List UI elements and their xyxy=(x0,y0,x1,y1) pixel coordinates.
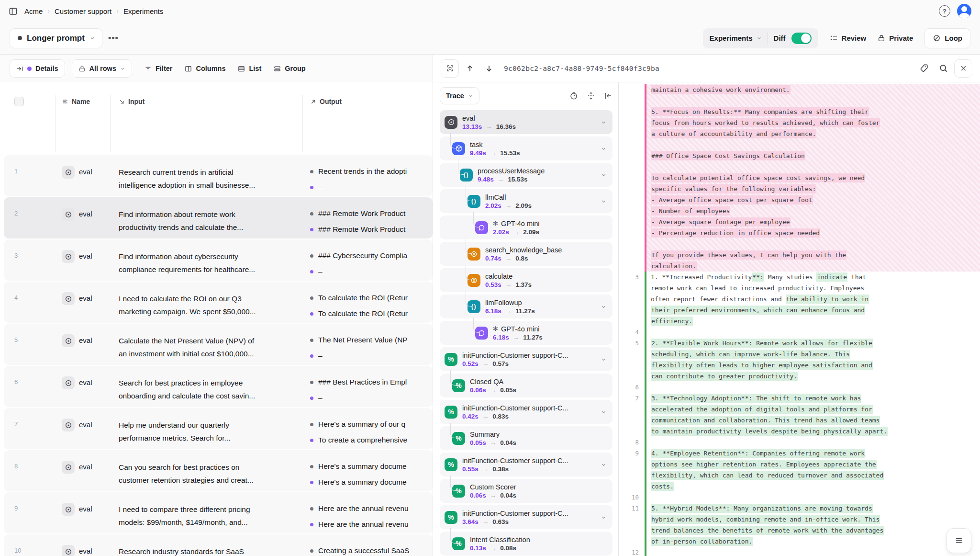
chevron-down-icon[interactable] xyxy=(601,514,607,521)
added-text: flexibility, which can lead to reduced t… xyxy=(651,471,884,480)
trace-tree-node[interactable]: %initFunction-Customer support-C...0.42s… xyxy=(440,400,612,424)
trace-tree-node[interactable]: task9.49s→15.53s xyxy=(440,136,612,160)
breadcrumb: Acme›Customer support›Experiments xyxy=(24,7,163,15)
table-row[interactable]: 4evalI need to calculate the ROI on our … xyxy=(4,282,433,323)
trace-tree-node[interactable]: eval13.13s→16.36s xyxy=(440,110,612,134)
trace-tree-node[interactable]: ()llmFollowup6.18s→11.27s xyxy=(440,295,612,318)
tag-button[interactable] xyxy=(916,60,932,77)
chevron-down-icon[interactable] xyxy=(601,356,607,363)
diff-line-number xyxy=(619,161,645,172)
diff-code: accelerated the adoption of digital tool… xyxy=(646,404,980,415)
trace-tree-node[interactable]: ()processUserMessage9.48s→15.53s xyxy=(440,163,612,187)
table-row[interactable]: 3evalFind information about cybersecurit… xyxy=(4,239,433,281)
table-row[interactable]: 10evalResearch industry standards for Sa… xyxy=(4,534,433,556)
breadcrumb-item[interactable]: Experiments xyxy=(123,7,163,15)
input-line: Search for best practices in employee xyxy=(119,376,302,389)
diff-line-number xyxy=(619,84,645,95)
chevron-down-icon[interactable] xyxy=(601,304,607,310)
score-icon: % xyxy=(445,353,457,366)
next-row-button[interactable] xyxy=(481,60,497,77)
diff-removed-line: calculation. xyxy=(619,261,980,272)
diff-toggle[interactable] xyxy=(791,33,812,44)
breadcrumb-item[interactable]: Acme xyxy=(24,7,43,15)
group-button[interactable]: Group xyxy=(274,65,306,72)
trace-tree-node[interactable]: %initFunction-Customer support-C...0.52s… xyxy=(440,347,612,371)
trace-view-selector[interactable]: Trace xyxy=(440,87,479,104)
search-button[interactable] xyxy=(935,60,951,77)
filter-button[interactable]: Filter xyxy=(145,65,172,72)
trace-tree-node[interactable]: calculate0.53s→1.37s xyxy=(440,268,612,292)
chevron-down-icon[interactable] xyxy=(601,462,607,468)
duration: 9.49s xyxy=(470,149,486,157)
chevron-down-icon[interactable] xyxy=(601,119,607,125)
diff-code: 1. **Increased Productivity**: Many stud… xyxy=(646,272,980,283)
trace-tree-node[interactable]: %initFunction-Customer support-C...3.64s… xyxy=(440,505,612,529)
collapse-panel-button[interactable] xyxy=(604,91,612,100)
table-row[interactable]: 8evalCan you search for best practices o… xyxy=(4,450,433,491)
diff-menu-button[interactable] xyxy=(947,528,971,553)
function-icon: () xyxy=(464,171,469,178)
diff-removed-block: maintain a cohesive work environment.5. … xyxy=(619,84,980,272)
total-duration: 2.09s xyxy=(515,202,532,209)
details-button[interactable]: Details xyxy=(10,59,65,78)
trace-tree-node[interactable]: ✻GPT-4o mini6.18s→11.27s xyxy=(440,321,612,345)
chevron-down-icon[interactable] xyxy=(601,409,607,415)
table-row[interactable]: 1evalResearch current trends in artifici… xyxy=(4,155,433,196)
table-row[interactable]: 5evalCalculate the Net Present Value (NP… xyxy=(4,324,433,365)
columns-button[interactable]: Columns xyxy=(185,65,225,72)
input-line: Calculate the Net Present Value (NPV) of xyxy=(119,334,302,347)
breadcrumb-item[interactable]: Customer support xyxy=(55,7,111,15)
sidebar-toggle-icon[interactable] xyxy=(9,7,18,16)
trace-tree-node[interactable]: ()llmCall2.02s→2.09s xyxy=(440,189,612,213)
group-icon xyxy=(274,65,281,72)
diff-code: flexibility, which can lead to reduced t… xyxy=(646,470,980,481)
trace-tree-node[interactable]: %Summary0.05s→0.04s xyxy=(440,426,612,450)
trace-tree-node[interactable]: %Custom Scorer0.06s→0.04s xyxy=(440,479,612,503)
table-row[interactable]: 7evalHelp me understand our quarterlyper… xyxy=(4,408,433,449)
output-text: Here's a summary docume xyxy=(318,462,407,471)
trace-tree-node[interactable]: search_knowledge_base0.74s→0.8s xyxy=(440,242,612,266)
expand-all-button[interactable] xyxy=(587,91,595,100)
chevron-down-icon[interactable] xyxy=(601,198,607,204)
diff-removed-line: 5. **Focus on Results:** Many companies … xyxy=(619,106,980,117)
output-text: – xyxy=(318,183,323,192)
close-panel-button[interactable] xyxy=(954,59,972,78)
view-selector[interactable]: Experiments xyxy=(710,34,762,42)
column-header-output[interactable]: Output xyxy=(302,97,433,106)
table-row[interactable]: 2evalFind information about remote workp… xyxy=(4,197,433,238)
select-all-checkbox[interactable] xyxy=(14,97,24,106)
column-header-input[interactable]: Input xyxy=(110,97,302,106)
private-button[interactable]: Private xyxy=(878,34,913,42)
circle-dot-icon xyxy=(65,211,72,218)
list-button[interactable]: List xyxy=(238,65,261,72)
review-button[interactable]: Review xyxy=(830,34,867,42)
circle-dot-icon xyxy=(65,464,72,471)
arrow-up-right-icon xyxy=(310,99,316,105)
timing-button[interactable] xyxy=(569,91,578,100)
trace-tree-node[interactable]: ✻GPT-4o mini2.02s→2.09s xyxy=(440,216,612,239)
expand-panel-button[interactable] xyxy=(441,59,459,78)
chevron-down-icon[interactable] xyxy=(601,146,607,152)
diff-added-line: 52. **Flexible Work Hours**: Remote work… xyxy=(619,338,980,349)
more-menu-button[interactable]: ••• xyxy=(108,33,119,43)
trace-tree-node[interactable]: %initFunction-Customer support-C...0.55s… xyxy=(440,453,612,477)
tree-connector xyxy=(466,186,472,201)
trace-tree-node[interactable]: %Intent Classification0.13s→0.08s xyxy=(440,532,612,556)
tag-icon xyxy=(920,64,929,73)
diff-code: maintain a cohesive work environment. xyxy=(646,84,980,95)
experiment-status-dot xyxy=(18,36,22,40)
table-row[interactable]: 6evalSearch for best practices in employ… xyxy=(4,366,433,407)
loop-button[interactable]: Loop xyxy=(924,28,970,48)
trace-tree-node[interactable]: %Closed QA0.06s→0.05s xyxy=(440,374,612,397)
experiment-switcher[interactable]: Longer prompt xyxy=(10,28,102,48)
percent-icon: % xyxy=(456,540,461,547)
rows-filter-button[interactable]: All rows xyxy=(72,59,132,78)
avatar[interactable] xyxy=(957,4,971,18)
input-line: Find information about remote work xyxy=(119,208,302,221)
help-icon[interactable]: ? xyxy=(939,5,950,17)
duration: 0.55s xyxy=(462,465,479,473)
table-row[interactable]: 9evalI need to compare three different p… xyxy=(4,492,433,533)
column-header-name[interactable]: Name xyxy=(55,97,110,106)
previous-row-button[interactable] xyxy=(462,60,478,77)
chevron-down-icon[interactable] xyxy=(601,172,607,178)
